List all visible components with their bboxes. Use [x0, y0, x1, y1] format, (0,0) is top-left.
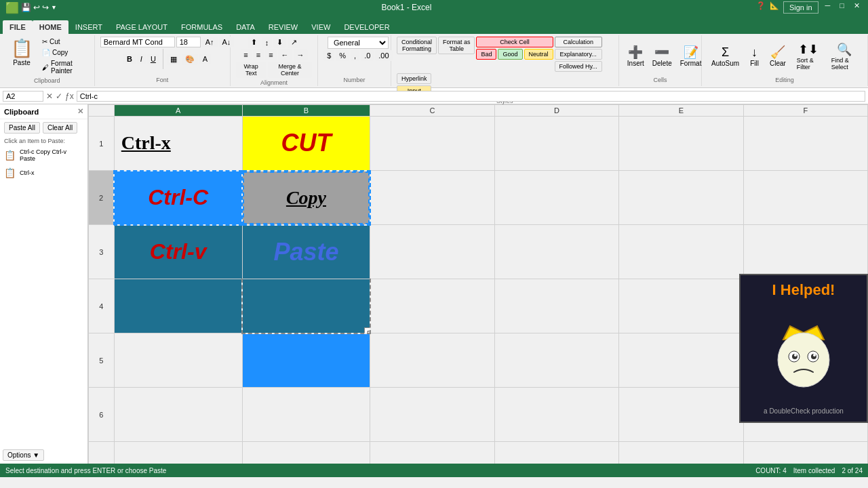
row-header-3[interactable]: 3 [89, 225, 115, 279]
format-painter-button[interactable]: 🖌 Format Painter [39, 58, 89, 76]
number-format-dropdown[interactable]: General [328, 37, 389, 49]
explanatory-style-button[interactable]: Explanatory... [555, 49, 602, 60]
comma-button[interactable]: , [351, 50, 359, 61]
cell-B5[interactable] [242, 333, 370, 388]
cell-B4[interactable]: ⊡ [242, 279, 370, 333]
italic-button[interactable]: I [137, 54, 146, 64]
copy-button[interactable]: 📄 Copy [39, 47, 89, 58]
cell-C1[interactable] [370, 117, 494, 171]
help-icon[interactable]: ❓ [756, 1, 766, 14]
tab-page-layout[interactable]: PAGE LAYOUT [109, 20, 174, 34]
autosum-button[interactable]: Σ AutoSum [707, 44, 743, 68]
cell-B7[interactable] [242, 442, 370, 464]
cell-A5[interactable] [114, 333, 242, 388]
cell-B6[interactable] [242, 388, 370, 442]
cell-reference-box[interactable] [3, 91, 43, 102]
percent-button[interactable]: % [336, 50, 349, 61]
check-cell-button[interactable]: Check Cell [476, 37, 553, 47]
cell-B1[interactable]: CUT [242, 117, 370, 171]
restore-btn[interactable]: □ [837, 1, 847, 14]
row-header-6[interactable]: 6 [89, 388, 115, 442]
sign-in-btn[interactable]: Sign in [783, 1, 818, 14]
underline-button[interactable]: U [147, 54, 159, 64]
increase-decimal-button[interactable]: .00 [375, 50, 392, 61]
cell-F3[interactable] [743, 225, 867, 279]
row-header-2[interactable]: 2 [89, 171, 115, 225]
fill-button[interactable]: ↓ Fill [746, 44, 763, 68]
row-header-5[interactable]: 5 [89, 333, 115, 388]
clear-all-button[interactable]: Clear All [43, 122, 77, 134]
align-bottom-button[interactable]: ⬇ [273, 37, 286, 48]
tab-formulas[interactable]: FORMULAS [174, 20, 229, 34]
paste-button[interactable]: 📋 Paste [5, 37, 38, 76]
format-as-table-button[interactable]: Format asTable [438, 37, 475, 54]
neutral-style-button[interactable]: Neutral [524, 49, 553, 60]
col-header-B[interactable]: B [242, 105, 370, 117]
clear-button[interactable]: 🧹 Clear [766, 43, 790, 68]
tab-insert[interactable]: INSERT [68, 20, 109, 34]
cell-D1[interactable] [494, 117, 618, 171]
cell-D3[interactable] [494, 225, 618, 279]
cell-A6[interactable] [114, 388, 242, 442]
hyperlink-style-button[interactable]: Hyperlink [397, 73, 432, 84]
orientation-button[interactable]: ↗ [288, 37, 300, 48]
cell-C5[interactable] [370, 333, 494, 388]
format-cells-button[interactable]: 📝 Format [677, 43, 705, 68]
close-btn[interactable]: ✕ [851, 1, 863, 14]
cell-A3[interactable]: Ctrl-v [114, 225, 242, 279]
align-top-button[interactable]: ⬆ [248, 37, 260, 48]
followed-hy-style-button[interactable]: Followed Hy... [555, 61, 602, 72]
clipboard-item-2[interactable]: 📋 Ctrl-x [0, 165, 87, 181]
cell-C2[interactable] [370, 171, 494, 225]
sort-filter-button[interactable]: ⬆⬇ Sort & Filter [793, 41, 825, 72]
cell-D6[interactable] [494, 388, 618, 442]
cell-F2[interactable] [743, 171, 867, 225]
clipboard-panel-close-icon[interactable]: ✕ [77, 107, 83, 116]
cell-F1[interactable] [743, 117, 867, 171]
font-name-input[interactable] [100, 37, 175, 47]
undo-icon[interactable]: ↩ [33, 3, 40, 12]
bad-style-button[interactable]: Bad [476, 49, 496, 60]
formula-input[interactable] [77, 91, 865, 102]
paste-options-icon[interactable]: ⊡ [364, 327, 370, 333]
clipboard-item-1[interactable]: 📋 Ctrl-c Copy Ctrl-v Paste [0, 146, 87, 165]
bold-button[interactable]: B [123, 54, 136, 64]
cell-B3[interactable]: Paste [242, 225, 370, 279]
col-header-F[interactable]: F [743, 105, 867, 117]
cell-D7[interactable] [494, 442, 618, 464]
decrease-decimal-button[interactable]: .0 [361, 50, 374, 61]
delete-cells-button[interactable]: ➖ Delete [650, 43, 675, 68]
currency-button[interactable]: $ [323, 50, 334, 61]
decrease-indent-button[interactable]: ← [278, 49, 292, 60]
cell-C7[interactable] [370, 442, 494, 464]
customize-qat-icon[interactable]: ▼ [51, 4, 57, 11]
tab-home[interactable]: HOME [33, 20, 68, 34]
tab-data[interactable]: DATA [229, 20, 262, 34]
insert-cells-button[interactable]: ➕ Insert [625, 43, 647, 68]
cell-A2[interactable]: Ctrl-C [114, 171, 242, 225]
cell-E5[interactable] [619, 333, 743, 388]
redo-icon[interactable]: ↪ [42, 3, 49, 12]
ribbon-display-icon[interactable]: 📐 [770, 1, 779, 14]
align-left-button[interactable]: ≡ [240, 49, 251, 60]
cell-E6[interactable] [619, 388, 743, 442]
row-header-7[interactable]: 7 [89, 442, 115, 464]
save-icon[interactable]: 💾 [21, 3, 31, 12]
cell-E2[interactable] [619, 171, 743, 225]
cell-C6[interactable] [370, 388, 494, 442]
confirm-formula-icon[interactable]: ✓ [56, 92, 62, 101]
fill-color-button[interactable]: 🎨 [182, 54, 198, 65]
cell-D4[interactable] [494, 279, 618, 333]
cell-F7[interactable] [743, 442, 867, 464]
col-header-A[interactable]: A [114, 105, 242, 117]
cell-C3[interactable] [370, 225, 494, 279]
align-right-button[interactable]: ≡ [265, 49, 276, 60]
conditional-formatting-button[interactable]: ConditionalFormatting [397, 37, 437, 54]
cell-D2[interactable] [494, 171, 618, 225]
align-center-button[interactable]: ≡ [253, 49, 264, 60]
col-header-E[interactable]: E [619, 105, 743, 117]
wrap-text-button[interactable]: Wrap Text [236, 62, 267, 78]
calculation-style-button[interactable]: Calculation [555, 37, 602, 47]
cell-E1[interactable] [619, 117, 743, 171]
cell-C4[interactable] [370, 279, 494, 333]
